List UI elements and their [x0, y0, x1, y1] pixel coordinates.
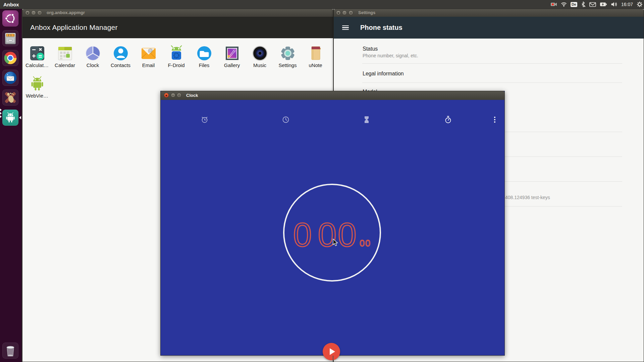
fdroid-icon [168, 45, 184, 61]
page-title: Anbox Application Manager [30, 23, 118, 32]
session-gear-icon[interactable] [637, 0, 643, 9]
dock-item-trash[interactable] [2, 343, 18, 359]
running-indicator-pip [0, 115, 2, 118]
files-icon [196, 45, 212, 61]
app-tile-settings[interactable]: Settings [274, 45, 302, 71]
resize-handle[interactable] [333, 356, 333, 362]
divider [362, 63, 622, 64]
app-tile-email[interactable]: @Email [135, 45, 162, 71]
minimize-button[interactable] [171, 93, 175, 98]
file-cabinet-icon [3, 31, 18, 46]
list-item-status[interactable]: Status [363, 46, 378, 52]
appmgr-header: Anbox Application Manager [22, 17, 333, 38]
app-tile-gallery[interactable]: Gallery [218, 45, 246, 71]
minimize-button[interactable] [31, 10, 36, 15]
chrome-icon [3, 51, 18, 65]
app-tile-unote[interactable]: uNote [302, 45, 329, 71]
system-tray: De16:07 [550, 0, 643, 9]
app-tile-clock[interactable]: Clock [79, 45, 107, 71]
keyboard-layout-indicator[interactable]: De [571, 0, 577, 9]
tab-overflow-menu[interactable] [490, 115, 499, 124]
window-title: org.anbox.appmgr [47, 10, 85, 15]
overflow-menu-icon [491, 116, 499, 124]
window-title: Settings [358, 10, 375, 15]
dock-item-file-cabinet[interactable] [2, 30, 18, 46]
unote-icon [308, 45, 324, 61]
webview-icon [29, 76, 45, 92]
gnome-foot-icon [3, 90, 18, 105]
anbox-dock-icon [4, 111, 17, 124]
dock-item-ubuntu-dash[interactable] [2, 10, 18, 26]
dock-item-gnome[interactable] [2, 89, 18, 106]
close-button[interactable] [25, 10, 30, 15]
settings-header: Phone status [334, 17, 644, 39]
panel-clock[interactable]: 16:07 [621, 0, 633, 9]
clock-titlebar[interactable]: Clock [161, 91, 504, 100]
trash-icon [3, 343, 18, 358]
dock-item-chrome[interactable] [2, 50, 18, 66]
hamburger-menu-icon[interactable] [342, 25, 349, 30]
app-tile-music[interactable]: Music [246, 45, 274, 71]
close-button[interactable] [336, 10, 341, 15]
dock-item-thunderbird[interactable] [2, 70, 18, 86]
app-label: WebVie… [20, 93, 54, 99]
appmgr-titlebar[interactable]: org.anbox.appmgr [22, 9, 333, 17]
stopwatch-hundredths: 00 [360, 238, 371, 248]
settings-app-icon [280, 45, 296, 61]
wifi-icon[interactable] [561, 0, 567, 9]
app-tile-calendar[interactable]: Calendar [51, 45, 79, 71]
bluetooth-icon[interactable] [581, 0, 586, 9]
app-tile-files[interactable]: Files [190, 45, 218, 71]
app-tile-webvie[interactable]: WebVie… [23, 76, 51, 101]
stopwatch-icon [444, 116, 452, 124]
running-indicator-pip [0, 109, 2, 111]
contacts-icon [113, 45, 129, 61]
top-panel: Anbox De16:07 [0, 0, 644, 9]
email-icon: @ [141, 45, 157, 61]
mail-icon[interactable] [589, 0, 596, 9]
music-icon [252, 45, 268, 61]
tab-alarm[interactable] [200, 115, 209, 124]
calendar-icon [57, 45, 73, 61]
maximize-button[interactable] [177, 93, 181, 98]
app-menu-label[interactable]: Anbox [3, 2, 19, 7]
minimize-button[interactable] [342, 10, 347, 15]
list-item-legal[interactable]: Legal information [363, 71, 404, 77]
page-title: Phone status [360, 24, 402, 32]
stopwatch-screen: 00000 [161, 100, 504, 355]
camera-icon[interactable] [550, 0, 557, 9]
divider [362, 82, 622, 83]
stopwatch-minutes: 0 [293, 216, 313, 253]
clock-app-icon [85, 45, 101, 61]
start-stopwatch-button[interactable] [323, 343, 340, 360]
launcher-dock [0, 9, 22, 362]
battery-icon[interactable] [600, 0, 607, 9]
window-title: Clock [186, 93, 198, 98]
tab-clock-tab[interactable] [281, 115, 290, 124]
svg-text:@: @ [148, 48, 153, 53]
maximize-button[interactable] [37, 10, 42, 15]
clock-tab-icon [282, 116, 290, 124]
thunderbird-icon [3, 70, 18, 85]
alarm-icon [201, 116, 209, 124]
running-indicator-pip [0, 112, 2, 115]
maximize-button[interactable] [348, 10, 353, 15]
stopwatch-time: 00000 [283, 218, 381, 251]
tab-stopwatch-selected[interactable] [443, 115, 453, 124]
stopwatch-seconds: 00 [318, 216, 358, 253]
settings-titlebar[interactable]: Settings [334, 9, 644, 17]
calculator-icon [29, 45, 45, 61]
app-tile-contacts[interactable]: Contacts [107, 45, 135, 71]
play-icon [330, 348, 335, 355]
close-button[interactable] [164, 93, 169, 98]
dock-item-anbox[interactable] [2, 110, 18, 126]
app-tile-fdroid[interactable]: F-Droid [162, 45, 190, 71]
app-tile-calculat[interactable]: Calculat… [23, 45, 51, 71]
timer-icon [363, 116, 371, 124]
app-label: uNote [299, 62, 332, 68]
focused-indicator-arrow [19, 116, 21, 119]
clock-window: Clock 00000 [160, 91, 505, 356]
volume-icon[interactable] [611, 0, 618, 9]
tab-timer[interactable] [362, 115, 371, 124]
build-number-fragment: 408.124936 test-keys [505, 195, 550, 200]
